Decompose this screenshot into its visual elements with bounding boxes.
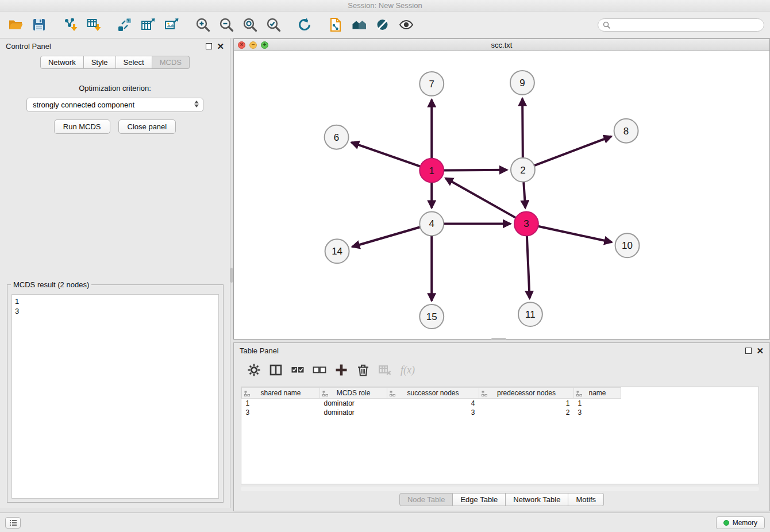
graph-node-15[interactable]: 15: [419, 304, 444, 329]
close-table-panel-icon[interactable]: ✕: [756, 348, 764, 354]
graph-node-6[interactable]: 6: [325, 125, 349, 149]
graph-edge-2-3[interactable]: [523, 183, 525, 207]
settings-gear-icon[interactable]: [245, 361, 263, 379]
graph-node-8[interactable]: 8: [614, 119, 638, 143]
graph-node-1[interactable]: 1: [419, 159, 444, 183]
tab-network[interactable]: Network: [40, 56, 84, 69]
tab-select[interactable]: Select: [116, 56, 152, 69]
control-panel: Control Panel ✕ NetworkStyleSelectMCDS O…: [0, 38, 230, 508]
graph-edge-4-14[interactable]: [353, 227, 419, 246]
maximize-window-icon[interactable]: +: [261, 41, 268, 49]
graph-node-14[interactable]: 14: [325, 239, 349, 263]
table-tab-network-table[interactable]: Network Table: [506, 493, 568, 506]
horizontal-splitter-handle[interactable]: [491, 338, 506, 340]
graph-edge-1-2[interactable]: [444, 170, 506, 171]
hide-details-icon[interactable]: [373, 15, 392, 34]
network-graph[interactable]: 7968124314101511: [234, 52, 769, 339]
delete-table-icon[interactable]: [376, 361, 394, 379]
network-update-icon[interactable]: [115, 15, 134, 34]
table-cell[interactable]: 1: [242, 399, 320, 408]
add-row-icon[interactable]: [333, 361, 350, 379]
export-image-icon[interactable]: [162, 15, 182, 34]
refresh-layout-icon[interactable]: [295, 15, 314, 34]
column-header-predecessor-nodes[interactable]: predecessor nodes: [479, 388, 574, 399]
zoom-out-icon[interactable]: [217, 15, 236, 34]
vertical-splitter-handle[interactable]: [230, 268, 233, 283]
graph-node-label: 15: [426, 311, 437, 322]
graph-edge-1-6[interactable]: [352, 142, 420, 166]
function-builder-icon[interactable]: f(x): [398, 364, 415, 376]
close-window-icon[interactable]: ×: [238, 41, 245, 49]
optimization-criterion-label: Optimization criterion:: [0, 84, 230, 92]
task-history-button[interactable]: [5, 517, 21, 529]
table-cell[interactable]: 3: [242, 408, 320, 417]
save-icon[interactable]: [29, 15, 49, 34]
table-row[interactable]: 1dominator411: [242, 399, 759, 408]
run-mcds-button[interactable]: Run MCDS: [54, 119, 110, 134]
new-network-from-selection-icon[interactable]: [326, 15, 345, 34]
zoom-in-icon[interactable]: [193, 15, 213, 34]
graph-node-11[interactable]: 11: [518, 302, 542, 326]
float-table-panel-icon[interactable]: [745, 348, 752, 354]
export-table-icon[interactable]: [138, 15, 158, 34]
zoom-selected-icon[interactable]: [264, 15, 283, 34]
graph-node-4[interactable]: 4: [419, 211, 444, 236]
graph-node-7[interactable]: 7: [419, 72, 444, 96]
search-input[interactable]: [613, 21, 759, 29]
mcds-result-item[interactable]: 3: [15, 306, 215, 316]
column-header-MCDS-role[interactable]: MCDS role: [320, 388, 387, 399]
float-panel-icon[interactable]: [206, 43, 212, 49]
zoom-fit-icon[interactable]: [240, 15, 260, 34]
mcds-result-item[interactable]: 1: [15, 296, 215, 306]
table-cell[interactable]: 2: [479, 408, 574, 417]
graph-node-2[interactable]: 2: [511, 158, 535, 182]
graph-edge-3-10[interactable]: [538, 226, 611, 242]
table-tab-node-table[interactable]: Node Table: [399, 493, 453, 506]
column-header-name[interactable]: name: [574, 388, 621, 399]
import-table-file-icon[interactable]: [84, 15, 103, 34]
table-cell[interactable]: 3: [387, 408, 479, 417]
table-cell[interactable]: 3: [574, 408, 621, 417]
graph-node-10[interactable]: 10: [615, 233, 640, 257]
delete-row-trash-icon[interactable]: [355, 361, 372, 379]
graph-node-3[interactable]: 3: [514, 211, 538, 236]
show-details-eye-icon[interactable]: [396, 15, 416, 34]
network-window-titlebar[interactable]: scc.txt × – +: [234, 39, 769, 51]
mcds-result-list[interactable]: 13: [11, 294, 219, 499]
table-tab-edge-table[interactable]: Edge Table: [453, 493, 506, 506]
column-layout-icon[interactable]: [267, 361, 284, 379]
first-neighbors-icon[interactable]: [349, 15, 369, 34]
column-header-filler: [621, 388, 759, 399]
table-cell[interactable]: dominator: [320, 408, 387, 417]
table-cell[interactable]: 4: [387, 399, 479, 408]
graph-edge-3-1[interactable]: [446, 179, 515, 218]
tab-mcds[interactable]: MCDS: [152, 56, 190, 69]
graph-edge-2-9[interactable]: [522, 99, 523, 157]
graph-node-label: 6: [334, 132, 339, 143]
table-cell[interactable]: dominator: [320, 399, 387, 408]
search-field[interactable]: [598, 18, 764, 32]
table-horizontal-scrollbar[interactable]: [241, 487, 759, 491]
import-network-file-icon[interactable]: [60, 15, 80, 34]
column-header-shared-name[interactable]: shared name: [242, 388, 320, 399]
close-panel-button[interactable]: Close panel: [118, 119, 176, 134]
table-tab-motifs[interactable]: Motifs: [568, 493, 604, 506]
graph-edge-2-8[interactable]: [534, 137, 610, 165]
table-row[interactable]: 3dominator323: [242, 408, 759, 417]
graph-node-9[interactable]: 9: [510, 71, 534, 95]
criterion-dropdown[interactable]: strongly connected component: [26, 98, 203, 112]
folder-open-icon[interactable]: [6, 15, 25, 34]
table-cell[interactable]: 1: [479, 399, 574, 408]
column-header-successor-nodes[interactable]: successor nodes: [387, 388, 479, 399]
minimize-window-icon[interactable]: –: [249, 41, 257, 49]
close-panel-icon[interactable]: ✕: [217, 43, 224, 49]
window-title: Session: New Session: [348, 1, 422, 10]
select-all-checkboxes-icon[interactable]: [289, 361, 306, 379]
tab-style[interactable]: Style: [84, 56, 116, 69]
network-canvas[interactable]: 7968124314101511: [234, 52, 769, 339]
memory-button[interactable]: Memory: [716, 516, 765, 529]
table-cell[interactable]: 1: [574, 399, 621, 408]
column-type-icon: [482, 390, 487, 398]
graph-edge-3-11[interactable]: [527, 236, 530, 298]
deselect-all-checkboxes-icon[interactable]: [311, 361, 328, 379]
